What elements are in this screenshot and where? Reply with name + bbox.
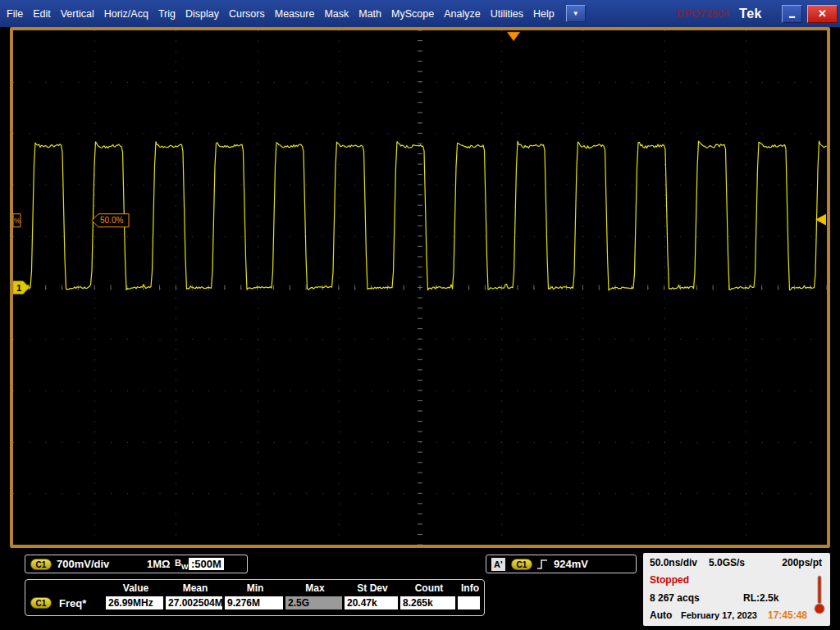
sample-rate: 5.0GS/s [709,557,745,568]
menu-bar: FileEditVerticalHoriz/AcqTrigDisplayCurs… [0,0,840,27]
meas-header-max: Max [285,582,345,594]
ch1-readout[interactable]: C1 700mV/div 1MΩ B W :500M [25,555,248,573]
menu-item-math[interactable]: Math [354,0,386,27]
meas-cell-min: 9.276M [225,596,283,609]
menu-item-utilities[interactable]: Utilities [486,0,527,27]
trigger-source-badge: A' [491,558,505,571]
meas-cell-info [458,596,480,609]
close-button[interactable]: ✕ [807,5,838,23]
ch1-bw-sub: W [181,563,189,571]
meas-header-value: Value [106,582,166,594]
acquisition-panel: 50.0ns/div 5.0GS/s 200ps/pt Stopped 8 26… [643,553,830,626]
menu-item-horiz-acq[interactable]: Horiz/Acq [100,0,153,27]
menubar-right-cluster: DPO72504 Tek ▬ ✕ [677,0,840,27]
menu-item-analyze[interactable]: Analyze [440,0,484,27]
ch1-scale: 700mV/div [57,558,109,570]
timebase: 50.0ns/div [650,557,697,568]
meas-cell-mean: 27.002504M [166,596,222,609]
measurement-row: C1 Freq* 26.99MHz27.002504M9.276M2.5G20.… [25,596,484,609]
measurement-source[interactable]: C1 Freq* [25,596,106,609]
meas-ch-badge: C1 [30,597,52,609]
meas-header-mean: Mean [166,582,225,594]
meas-cell-value: 26.99MHz [106,596,163,609]
menu-item-edit[interactable]: Edit [29,0,55,27]
meas-header-count: Count [400,582,458,594]
trigger-position-marker[interactable] [507,32,520,41]
record-length: RL:2.5k [743,592,778,604]
resolution: 200ps/pt [782,557,822,568]
measurement-headers: ValueMeanMinMaxSt DevCountInfo [25,582,484,594]
trigger-ch-badge: C1 [511,559,532,570]
channel-1-marker-label: 1 [16,283,21,293]
model-watermark: DPO72504 [677,7,729,20]
date-label: February 17, 2023 [681,610,757,620]
temperature-icon [814,574,825,615]
menu-item-cursors[interactable]: Cursors [225,0,269,27]
waveform-display: 50.0%%1 [10,27,830,548]
meas-header-min: Min [225,582,285,594]
ch1-bw-value[interactable]: :500M [189,558,224,570]
clock-time: 17:45:48 [768,609,807,621]
menu-item-mask[interactable]: Mask [320,0,353,27]
tek-logo: Tek [739,7,762,21]
meas-header-info: Info [458,582,482,594]
menu-item-trig[interactable]: Trig [154,0,180,27]
minimize-button[interactable]: ▬ [782,5,802,23]
trigger-level-value: 924mV [554,558,588,570]
menu-item-display[interactable]: Display [181,0,223,27]
rising-edge-icon [536,558,549,571]
measurement-table: ValueMeanMinMaxSt DevCountInfo C1 Freq* … [25,579,485,616]
meas-name: Freq* [59,597,86,609]
meas-cell-count: 8.265k [400,596,455,609]
menu-dropdown-button[interactable]: ▼ [566,5,586,22]
trigger-readout[interactable]: A' C1 924mV [486,555,637,573]
menu-item-myscope[interactable]: MyScope [387,0,438,27]
trigger-mode: Auto [650,609,672,621]
meas-header-st-dev: St Dev [345,582,400,594]
menu-item-help[interactable]: Help [529,0,559,27]
menu-item-file[interactable]: File [2,0,27,27]
meas-cell-st-dev: 20.47k [345,596,398,609]
left-partial-tag-label: % [14,217,21,225]
meas-cell-max: 2.5G [285,596,342,609]
graticule-and-trace: 50.0%%1 [13,30,827,545]
ch1-badge: C1 [30,559,52,570]
menu-items: FileEditVerticalHoriz/AcqTrigDisplayCurs… [0,0,559,27]
trigger-level-tag-label: 50.0% [100,216,123,225]
ch1-impedance: 1MΩ [147,558,170,570]
menu-item-measure[interactable]: Measure [271,0,319,27]
acquisition-count: 8 267 acqs [650,592,700,604]
acquisition-status: Stopped [650,574,689,586]
measurement-header-spacer [25,582,106,594]
ch1-bw-prefix: B [175,558,181,568]
menu-item-vertical[interactable]: Vertical [57,0,98,27]
